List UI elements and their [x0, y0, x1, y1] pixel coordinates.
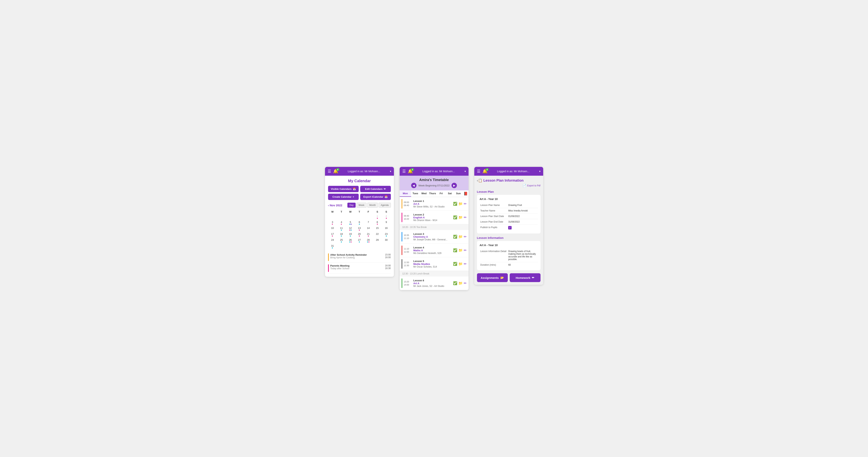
- day-view-button[interactable]: Day: [347, 203, 355, 208]
- pdf-icon[interactable]: 📕: [463, 190, 469, 197]
- prev-week-button[interactable]: ◀: [411, 183, 416, 188]
- checklist-icon[interactable]: ✅: [453, 281, 457, 285]
- cal-cell-today[interactable]: 20: [355, 232, 364, 237]
- bottom-buttons: Assignments 📂 Homework ✏: [477, 273, 540, 282]
- agenda-view-button[interactable]: Agenda: [379, 203, 391, 208]
- folder-icon[interactable]: 📁: [458, 248, 463, 252]
- menu-icon[interactable]: ☰: [328, 169, 331, 174]
- folder-icon[interactable]: 📁: [458, 262, 463, 266]
- checklist-icon[interactable]: ✅: [453, 262, 457, 266]
- folder-icon[interactable]: 📁: [458, 235, 463, 239]
- edit-calendars-button[interactable]: Edit Calendars ✏: [360, 186, 391, 192]
- checklist-icon[interactable]: ✅: [453, 202, 457, 206]
- publish-checkbox[interactable]: ✓: [508, 226, 512, 230]
- folder-icon[interactable]: 📁: [458, 281, 463, 285]
- edit-icon[interactable]: ✏: [464, 202, 467, 206]
- tab-wed[interactable]: Wed: [420, 190, 428, 197]
- month-view-button[interactable]: Month: [367, 203, 378, 208]
- cal-cell[interactable]: 29: [373, 238, 382, 243]
- export-pdf-button[interactable]: 📄 Export to Pdf: [523, 184, 540, 187]
- cal-cell[interactable]: 30: [382, 238, 391, 243]
- lesson-5[interactable]: 11:50 12:30 Lesson 5 Media Studies Mr Os…: [400, 257, 469, 271]
- cal-cell[interactable]: 14: [364, 226, 373, 232]
- homework-button[interactable]: Homework ✏: [510, 273, 540, 282]
- cal-cell[interactable]: 4: [337, 220, 346, 225]
- next-week-button[interactable]: ▶: [452, 183, 457, 188]
- checklist-icon[interactable]: ✅: [453, 248, 457, 252]
- tab-mon[interactable]: Mon: [400, 190, 411, 197]
- cal-cell[interactable]: 11: [337, 226, 346, 232]
- cal-cell[interactable]: 7: [364, 220, 373, 225]
- assignments-button[interactable]: Assignments 📂: [477, 273, 508, 282]
- cal-cell[interactable]: 23: [382, 232, 391, 237]
- cal-cell[interactable]: 22: [373, 232, 382, 237]
- tab-tues[interactable]: Tues: [411, 190, 420, 197]
- lesson-2[interactable]: 09:40 10:20 Lesson 2 English A Ms Sharon…: [400, 211, 469, 224]
- cal-cell[interactable]: [355, 244, 364, 249]
- prev-month-icon[interactable]: ‹: [328, 204, 329, 207]
- cal-cell[interactable]: 27: [355, 238, 364, 243]
- lesson-4[interactable]: 11:10 11:50 Lesson 4 Maths A Ms Geraldin…: [400, 244, 469, 257]
- cal-cell[interactable]: 3: [328, 220, 337, 225]
- cal-cell[interactable]: [337, 244, 346, 249]
- cal-cell[interactable]: [337, 214, 346, 219]
- cal-cell[interactable]: [355, 214, 364, 219]
- create-calendar-button[interactable]: Create Calendar +: [328, 194, 359, 200]
- cal-cell[interactable]: 25: [337, 238, 346, 243]
- cal-cell[interactable]: 19: [346, 232, 355, 237]
- edit-icon[interactable]: ✏: [464, 262, 467, 266]
- edit-icon[interactable]: ✏: [464, 248, 467, 252]
- cal-cell[interactable]: 10: [328, 226, 337, 232]
- cal-cell[interactable]: 5: [346, 220, 355, 225]
- cal-cell[interactable]: 2: [382, 214, 391, 219]
- tab-sun[interactable]: Sun: [454, 190, 463, 197]
- checklist-icon[interactable]: ✅: [453, 235, 457, 239]
- cal-cell[interactable]: 1: [373, 214, 382, 219]
- cal-cell[interactable]: 16: [382, 226, 391, 232]
- month-nav[interactable]: ‹ Nov 2022: [328, 204, 342, 207]
- tab-sat[interactable]: Sat: [445, 190, 454, 197]
- cal-cell[interactable]: 18: [337, 232, 346, 237]
- lesson-3[interactable]: 10:35 11:10 Lesson 3 Chemistry A Mr Jose…: [400, 230, 469, 244]
- edit-icon[interactable]: ✏: [464, 281, 467, 285]
- cal-cell[interactable]: 12: [346, 226, 355, 232]
- cal-cell[interactable]: [328, 214, 337, 219]
- edit-icon[interactable]: ✏: [464, 235, 467, 239]
- cal-cell[interactable]: 31: [328, 244, 337, 249]
- tab-fri[interactable]: Fri: [437, 190, 445, 197]
- event-parents-meeting[interactable]: Parents Meeting Today after School 16:00…: [328, 263, 391, 274]
- cal-cell[interactable]: 6: [355, 220, 364, 225]
- cal-cell[interactable]: 24: [328, 238, 337, 243]
- chevron-down-icon[interactable]: ▾: [465, 170, 466, 173]
- cal-cell[interactable]: [346, 244, 355, 249]
- cal-cell[interactable]: 9: [382, 220, 391, 225]
- lesson-6[interactable]: 13:20 14:00 Lesson 6 Art A Mr Jack Jones…: [400, 277, 469, 290]
- cal-cell[interactable]: 21: [364, 232, 373, 237]
- chevron-down-icon[interactable]: ▾: [539, 170, 540, 173]
- chevron-down-icon[interactable]: ▾: [390, 170, 391, 173]
- tab-thurs[interactable]: Thurs: [428, 190, 437, 197]
- event-after-school[interactable]: After School Activity Reminder Bring Apr…: [328, 252, 391, 263]
- export-icalendar-button[interactable]: Export iCalendar 📅: [360, 194, 391, 200]
- cal-cell[interactable]: 26: [346, 238, 355, 243]
- cal-cell[interactable]: 15: [373, 226, 382, 232]
- folder-icon[interactable]: 📁: [458, 202, 463, 206]
- cal-cell[interactable]: 28: [364, 238, 373, 243]
- cal-cell[interactable]: 17: [328, 232, 337, 237]
- menu-icon[interactable]: ☰: [402, 169, 406, 174]
- cal-cell[interactable]: [382, 244, 391, 249]
- cal-cell[interactable]: 8: [373, 220, 382, 225]
- cal-cell[interactable]: [364, 214, 373, 219]
- folder-icon[interactable]: 📁: [458, 215, 463, 219]
- lesson-1[interactable]: 09:00 09:40 Lesson 1 Art A Mr Steve Will…: [400, 197, 469, 211]
- cal-cell[interactable]: [373, 244, 382, 249]
- week-view-button[interactable]: Week: [356, 203, 366, 208]
- cal-cell[interactable]: 13: [355, 226, 364, 232]
- checklist-icon[interactable]: ✅: [453, 215, 457, 219]
- menu-icon[interactable]: ☰: [477, 169, 480, 174]
- edit-icon[interactable]: ✏: [464, 215, 467, 219]
- field-value: Drawing Fruit: [507, 203, 538, 208]
- cal-cell[interactable]: [346, 214, 355, 219]
- visible-calendars-button[interactable]: Visible Calendars 📅: [328, 186, 359, 192]
- cal-cell[interactable]: [364, 244, 373, 249]
